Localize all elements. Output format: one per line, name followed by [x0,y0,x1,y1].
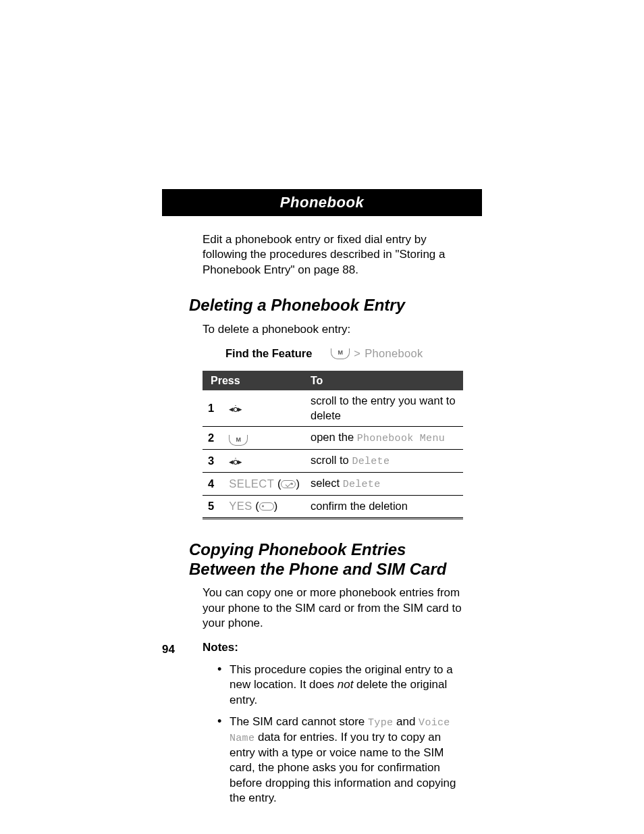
step-number: 5 [208,499,223,514]
press-cell: 2 M [203,427,305,450]
table-row: 1 ◂ȯ▸scroll to the entry you want to del… [203,390,463,427]
press-cell: 4 SELECT () [203,473,305,496]
notes-list: This procedure copies the original entry… [203,662,463,806]
phonebook-menu-name: Phonebook [365,346,423,361]
col-to: To [305,371,463,390]
table-row: 3 ◂ȯ▸scroll to Delete [203,450,463,473]
list-item: This procedure copies the original entry… [217,662,463,708]
col-press: Press [203,371,305,390]
page-title-bar: Phonebook [162,189,482,216]
note-mono: Type [368,717,393,729]
nav-key-icon: ◂ȯ▸ [229,405,242,413]
steps-table: Press To 1 ◂ȯ▸scroll to the entry you wa… [203,371,463,519]
intro-paragraph: Edit a phonebook entry or fixed dial ent… [203,232,463,278]
content-area: Edit a phonebook entry or fixed dial ent… [203,232,463,806]
copy-lead: You can copy one or more phonebook entri… [203,585,463,631]
to-cell: scroll to the entry you want to delete [305,390,463,427]
to-text: scroll to the entry you want to delete [311,394,456,421]
note-text: The SIM card cannot store [230,715,368,728]
delete-lead: To delete a phonebook entry: [203,322,463,337]
nav-key-icon: ◂ȯ▸ [229,457,242,466]
press-cell: 5 YES () [203,495,305,518]
to-keyword: Phonebook Menu [357,433,445,444]
find-the-feature-value: M > Phonebook [331,346,423,361]
step-number: 3 [208,454,223,469]
press-cell: 3 ◂ȯ▸ [203,450,305,473]
find-the-feature-row: Find the Feature M > Phonebook [225,346,463,361]
table-row: 5 YES ()confirm the deletion [203,495,463,518]
step-number: 1 [208,401,223,416]
to-text: select [311,477,343,489]
note-text: and [393,715,419,728]
to-cell: confirm the deletion [305,495,463,518]
note-text: data for entries. If you try to copy an … [230,731,456,804]
menu-key-icon: M [331,348,350,359]
to-cell: scroll to Delete [305,450,463,473]
to-text: open the [311,431,357,443]
step-number: 2 [208,431,223,446]
softkey-label: SELECT [229,477,274,490]
step-number: 4 [208,477,223,492]
page: Phonebook Edit a phonebook entry or fixe… [0,0,644,834]
menu-key-icon: M [229,435,248,446]
to-keyword: Delete [352,456,390,467]
right-softkey-icon [281,480,296,488]
list-item: The SIM card cannot store Type and Voice… [217,714,463,806]
notes-label: Notes: [203,640,463,655]
to-text: confirm the deletion [311,500,408,512]
to-cell: open the Phonebook Menu [305,427,463,450]
to-keyword: Delete [343,479,381,490]
table-row: 2 Mopen the Phonebook Menu [203,427,463,450]
to-cell: select Delete [305,473,463,496]
left-softkey-icon [259,502,274,511]
note-ital: not [338,678,354,691]
table-header-row: Press To [203,371,463,390]
to-text: scroll to [311,454,352,466]
page-number: 94 [162,643,175,656]
table-row: 4 SELECT ()select Delete [203,473,463,496]
heading-deleting: Deleting a Phonebook Entry [189,295,463,315]
heading-copying: Copying Phonebook Entries Between the Ph… [189,540,463,579]
find-the-feature-label: Find the Feature [225,346,312,361]
press-cell: 1 ◂ȯ▸ [203,390,305,427]
gt-symbol: > [354,346,360,361]
softkey-label: YES [229,500,252,512]
page-title: Phonebook [280,194,364,211]
